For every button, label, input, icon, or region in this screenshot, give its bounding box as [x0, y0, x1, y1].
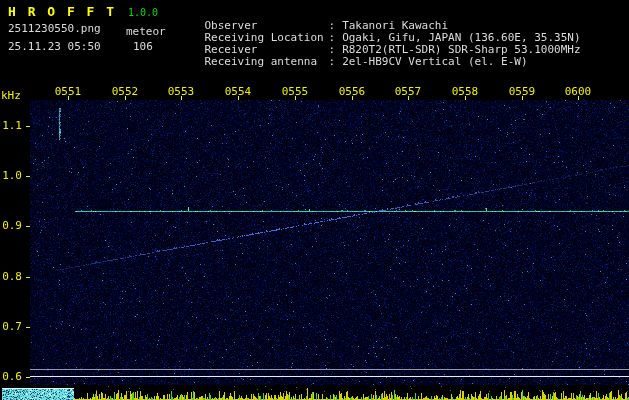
freq-unit-label: kHz: [1, 89, 21, 102]
time-label: 0557: [393, 85, 423, 98]
time-label: 0553: [166, 85, 196, 98]
freq-label: 1.1: [2, 119, 22, 132]
time-label: 0600: [563, 85, 593, 98]
freq-label: 0.7: [2, 320, 22, 333]
freq-label: 1.0: [2, 169, 22, 182]
output-filename: 2511230550.png: [8, 23, 101, 35]
hrofft-output-image: H R O F F T 1.0.0 2511230550.png meteor …: [0, 0, 629, 400]
time-label: 0551: [53, 85, 83, 98]
info-value: 2el-HB9CV Vertical (el. E-W): [335, 55, 527, 68]
mode-label: meteor: [126, 26, 166, 38]
time-label: 0558: [450, 85, 480, 98]
time-label: 0554: [223, 85, 253, 98]
time-label: 0556: [337, 85, 367, 98]
time-label: 0552: [110, 85, 140, 98]
freq-label: 0.6: [2, 370, 22, 383]
app-title: H R O F F T: [8, 5, 116, 19]
header-info-row-antenna: Receiving antenna:2el-HB9CV Vertical (el…: [178, 42, 528, 81]
datetime-label: 25.11.23 05:50: [8, 41, 101, 53]
echo-count: 106: [133, 41, 153, 53]
freq-label: 0.9: [2, 219, 22, 232]
info-label: Receiving antenna: [205, 55, 329, 68]
time-label: 0559: [507, 85, 537, 98]
freq-label: 0.8: [2, 270, 22, 283]
app-version: 1.0.0: [128, 7, 158, 18]
time-label: 0555: [280, 85, 310, 98]
